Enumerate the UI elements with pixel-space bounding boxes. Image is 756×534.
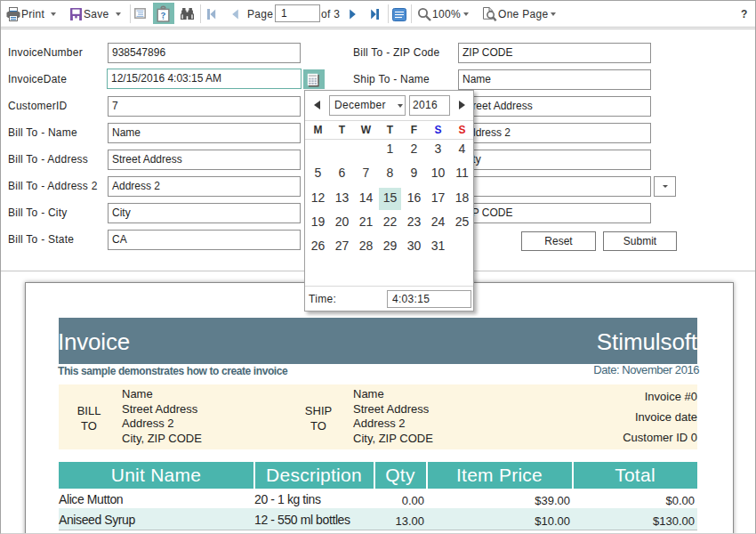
svg-text:?: ? <box>161 10 166 20</box>
